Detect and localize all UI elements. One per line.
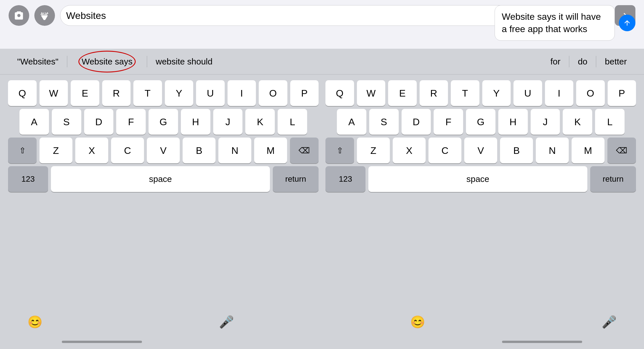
- key-g-right[interactable]: G: [466, 109, 495, 135]
- left-row-4: 123 space return: [8, 166, 319, 192]
- key-d-left[interactable]: D: [84, 109, 114, 135]
- right-row-1: Q W E R T Y U I O P: [325, 80, 636, 106]
- right-row-4: 123 space return: [325, 166, 636, 192]
- key-s-left[interactable]: S: [52, 109, 81, 135]
- left-keyboard: Q W E R T Y U I O P A S D F G H J K: [5, 78, 322, 306]
- key-i-right[interactable]: I: [545, 80, 574, 106]
- key-r-right[interactable]: R: [420, 80, 448, 106]
- autocomplete-item-website-should[interactable]: website should: [147, 57, 221, 66]
- space-key-left[interactable]: space: [51, 166, 270, 192]
- mic-button-left[interactable]: 🎤: [219, 315, 234, 329]
- autocomplete-bar: "Websites" Website says website should f…: [0, 49, 644, 74]
- numbers-key-left[interactable]: 123: [8, 166, 48, 192]
- key-k-right[interactable]: K: [563, 109, 592, 135]
- key-y-left[interactable]: Y: [165, 80, 193, 106]
- key-a-left[interactable]: A: [19, 109, 49, 135]
- right-bubble-area: Website says it will have a free app tha…: [495, 5, 635, 41]
- autocomplete-item-do[interactable]: do: [569, 57, 596, 66]
- key-h-left[interactable]: H: [181, 109, 210, 135]
- key-a-right[interactable]: A: [337, 109, 366, 135]
- key-z-right[interactable]: Z: [357, 138, 390, 163]
- key-b-left[interactable]: B: [183, 138, 216, 163]
- key-d-right[interactable]: D: [402, 109, 431, 135]
- key-t-right[interactable]: T: [451, 80, 479, 106]
- key-j-right[interactable]: J: [531, 109, 560, 135]
- send-icon-right: [623, 19, 631, 27]
- key-v-right[interactable]: V: [464, 138, 497, 163]
- right-row-3: ⇧ Z X C V B N M ⌫: [325, 138, 636, 163]
- key-w-right[interactable]: W: [357, 80, 386, 106]
- bubble-text: Website says it will have a free app tha…: [502, 11, 601, 34]
- backspace-key-left[interactable]: ⌫: [290, 138, 319, 163]
- emoji-button-left[interactable]: 😊: [27, 315, 42, 329]
- camera-button[interactable]: [9, 5, 29, 26]
- shift-key-left[interactable]: ⇧: [8, 138, 37, 163]
- key-e-left[interactable]: E: [71, 80, 99, 106]
- key-n-left[interactable]: N: [218, 138, 251, 163]
- key-p-left[interactable]: P: [290, 80, 319, 106]
- key-v-left[interactable]: V: [147, 138, 180, 163]
- appstore-button[interactable]: [34, 5, 55, 26]
- key-i-left[interactable]: I: [228, 80, 256, 106]
- key-x-left[interactable]: X: [75, 138, 108, 163]
- key-c-right[interactable]: C: [428, 138, 461, 163]
- autocomplete-item-for[interactable]: for: [542, 57, 569, 66]
- key-r-left[interactable]: R: [102, 80, 131, 106]
- send-button-right[interactable]: [619, 15, 635, 31]
- key-m-right[interactable]: M: [572, 138, 605, 163]
- top-bar: Websites Website says it will have a fre…: [0, 0, 644, 49]
- key-o-left[interactable]: O: [259, 80, 287, 106]
- key-f-right[interactable]: F: [434, 109, 463, 135]
- key-y-right[interactable]: Y: [482, 80, 511, 106]
- key-n-right[interactable]: N: [536, 138, 569, 163]
- key-p-right[interactable]: P: [608, 80, 636, 106]
- mic-button-right[interactable]: 🎤: [602, 315, 617, 329]
- key-f-left[interactable]: F: [116, 109, 146, 135]
- key-o-right[interactable]: O: [576, 80, 605, 106]
- two-keyboards: Q W E R T Y U I O P A S D F G H J K: [5, 78, 639, 306]
- key-z-left[interactable]: Z: [39, 138, 72, 163]
- key-b-right[interactable]: B: [500, 138, 533, 163]
- return-key-left[interactable]: return: [273, 166, 319, 192]
- key-x-right[interactable]: X: [393, 138, 426, 163]
- return-key-right[interactable]: return: [590, 166, 636, 192]
- shift-key-right[interactable]: ⇧: [325, 138, 354, 163]
- appstore-icon: [39, 10, 50, 21]
- camera-icon: [13, 10, 24, 21]
- key-j-left[interactable]: J: [213, 109, 243, 135]
- space-key-right[interactable]: space: [368, 166, 587, 192]
- left-row-1: Q W E R T Y U I O P: [8, 80, 319, 106]
- left-row-2: A S D F G H J K L: [8, 109, 319, 135]
- key-t-left[interactable]: T: [133, 80, 162, 106]
- key-w-left[interactable]: W: [39, 80, 68, 106]
- autocomplete-item-quoted[interactable]: "Websites": [9, 57, 67, 66]
- autocomplete-item-better[interactable]: better: [596, 57, 635, 66]
- key-l-right[interactable]: L: [595, 109, 625, 135]
- numbers-key-right[interactable]: 123: [325, 166, 366, 192]
- key-q-left[interactable]: Q: [8, 80, 37, 106]
- key-g-left[interactable]: G: [149, 109, 178, 135]
- keyboard-area: Q W E R T Y U I O P A S D F G H J K: [0, 74, 644, 349]
- backspace-key-right[interactable]: ⌫: [607, 138, 636, 163]
- key-l-left[interactable]: L: [278, 109, 307, 135]
- key-k-left[interactable]: K: [245, 109, 275, 135]
- key-e-right[interactable]: E: [388, 80, 417, 106]
- home-indicator-right: [502, 341, 582, 343]
- key-s-right[interactable]: S: [369, 109, 399, 135]
- key-c-left[interactable]: C: [111, 138, 144, 163]
- key-u-left[interactable]: U: [196, 80, 225, 106]
- right-message-bubble: Website says it will have a free app tha…: [495, 5, 615, 41]
- left-row-3: ⇧ Z X C V B N M ⌫: [8, 138, 319, 163]
- emoji-button-right[interactable]: 😊: [410, 315, 425, 329]
- key-q-right[interactable]: Q: [325, 80, 354, 106]
- autocomplete-item-website-says[interactable]: Website says: [67, 57, 147, 66]
- right-keyboard: Q W E R T Y U I O P A S D F G H J K: [322, 78, 639, 306]
- key-h-right[interactable]: H: [498, 109, 528, 135]
- home-indicator-left: [62, 341, 142, 343]
- key-m-left[interactable]: M: [254, 138, 287, 163]
- autocomplete-items: "Websites" Website says website should f…: [9, 56, 635, 67]
- right-row-2: A S D F G H J K L: [325, 109, 636, 135]
- key-u-right[interactable]: U: [513, 80, 542, 106]
